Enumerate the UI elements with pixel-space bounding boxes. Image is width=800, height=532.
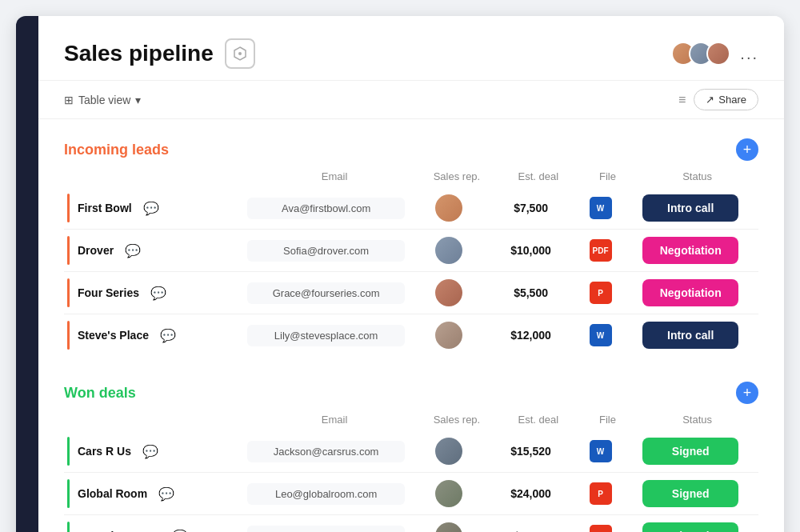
col-file: File xyxy=(579,170,636,182)
file-badge[interactable]: P xyxy=(590,282,612,304)
cell-deal-2: $5,500 xyxy=(490,286,571,299)
status-button[interactable]: Signed xyxy=(642,438,738,465)
rep-avatar xyxy=(435,194,462,222)
chat-icon[interactable]: 💬 xyxy=(172,529,188,533)
share-label: Share xyxy=(718,94,746,106)
cell-status-1: Negotiation xyxy=(629,237,752,264)
status-button[interactable]: Signed xyxy=(642,522,738,532)
cell-status-2: Signed xyxy=(629,522,752,532)
cell-name-1: Global Room 💬 xyxy=(64,479,244,508)
cell-rep-2 xyxy=(408,279,490,306)
cell-name-2: 100 Adventures 💬 xyxy=(64,522,244,532)
col-deal: Est. deal xyxy=(498,170,579,182)
status-button[interactable]: Intro call xyxy=(642,194,738,222)
cell-name-1: Drover 💬 xyxy=(64,236,244,265)
cell-deal-1: $24,000 xyxy=(490,487,571,500)
cell-file-1: PDF xyxy=(572,239,630,262)
toolbar-right: ≡ ↗ Share xyxy=(678,89,758,110)
cell-rep-1 xyxy=(408,480,490,507)
status-button[interactable]: Signed xyxy=(642,480,738,507)
cell-status-1: Signed xyxy=(629,480,752,507)
status-button[interactable]: Negotiation xyxy=(642,237,738,264)
cell-deal-1: $10,000 xyxy=(490,244,571,257)
chat-icon[interactable]: 💬 xyxy=(150,286,166,301)
table-row: Drover 💬 Sofia@drover.com $10,000 PDF Ne… xyxy=(64,230,758,272)
cell-email-1: Sofia@drover.com xyxy=(247,240,405,262)
svg-point-1 xyxy=(238,52,242,55)
cell-file-0: W xyxy=(572,440,630,462)
cell-status-0: Signed xyxy=(629,438,752,465)
rep-avatar xyxy=(435,522,462,532)
table-row: Steve's Place 💬 Lily@stevesplace.com $12… xyxy=(64,314,758,356)
rep-avatar xyxy=(435,438,462,465)
hex-icon[interactable] xyxy=(225,38,255,69)
share-icon: ↗ xyxy=(706,94,714,106)
chat-icon[interactable]: 💬 xyxy=(160,328,176,343)
lead-name: Steve's Place xyxy=(78,329,149,342)
chat-icon[interactable]: 💬 xyxy=(143,201,159,216)
lead-name: Four Series xyxy=(78,286,139,299)
left-bar xyxy=(67,437,70,466)
filter-icon[interactable]: ≡ xyxy=(678,93,686,107)
team-avatars xyxy=(671,42,730,66)
cell-name-0: First Bowl 💬 xyxy=(64,194,244,222)
cell-deal-0: $7,500 xyxy=(490,202,571,214)
cell-email-1: Leo@globalroom.com xyxy=(247,483,405,505)
chat-icon[interactable]: 💬 xyxy=(158,486,174,502)
col-rep: Sales rep. xyxy=(416,170,498,182)
sidebar xyxy=(16,16,38,532)
won-rows: Cars R Us 💬 Jackson@carsrus.com $15,520 … xyxy=(64,430,758,532)
col-email: Email xyxy=(253,170,416,182)
cell-rep-2 xyxy=(408,522,490,532)
status-button[interactable]: Intro call xyxy=(642,322,738,349)
file-badge[interactable]: P xyxy=(590,482,612,505)
more-button[interactable]: ... xyxy=(740,45,758,63)
cell-name-2: Four Series 💬 xyxy=(64,278,244,307)
chat-icon[interactable]: 💬 xyxy=(142,444,158,459)
won-col-email: Email xyxy=(253,414,416,426)
cell-email-2: Grace@fourseries.com xyxy=(247,282,405,304)
left-bar xyxy=(67,194,70,222)
cell-status-3: Intro call xyxy=(629,322,752,349)
col-status: Status xyxy=(636,170,758,182)
view-label: Table view xyxy=(78,94,130,106)
status-button[interactable]: Negotiation xyxy=(642,279,738,306)
won-col-deal: Est. deal xyxy=(498,414,579,426)
toolbar: ⊞ Table view ▾ ≡ ↗ Share xyxy=(38,81,784,119)
col-name xyxy=(74,170,253,182)
share-button[interactable]: ↗ Share xyxy=(694,89,758,110)
won-col-name xyxy=(74,414,253,426)
chat-icon[interactable]: 💬 xyxy=(125,243,141,258)
incoming-col-headers: Email Sales rep. Est. deal File Status xyxy=(64,170,758,187)
add-incoming-button[interactable]: + xyxy=(736,138,758,161)
file-badge[interactable]: W xyxy=(590,324,612,346)
cell-email-0: Ava@firstbowl.com xyxy=(247,198,405,219)
cell-rep-1 xyxy=(408,237,490,264)
rep-avatar xyxy=(435,322,462,349)
won-col-file: File xyxy=(579,414,636,426)
lead-name: Global Room xyxy=(78,487,147,500)
rep-avatar xyxy=(435,480,462,507)
cell-file-2: PDF xyxy=(572,525,630,532)
file-badge[interactable]: W xyxy=(590,197,612,219)
cell-file-0: W xyxy=(572,197,630,219)
rep-avatar xyxy=(435,279,462,306)
section-title-incoming: Incoming leads xyxy=(64,142,169,158)
chevron-down-icon: ▾ xyxy=(135,94,141,106)
file-badge[interactable]: W xyxy=(590,440,612,462)
header: Sales pipeline ... xyxy=(38,16,784,81)
won-col-status: Status xyxy=(636,414,758,426)
left-bar xyxy=(67,278,70,307)
incoming-table: Email Sales rep. Est. deal File Status F… xyxy=(64,170,758,356)
cell-email-3: Lily@stevesplace.com xyxy=(247,325,405,346)
add-won-button[interactable]: + xyxy=(736,382,758,404)
cell-file-1: P xyxy=(572,482,630,505)
cell-email-2: Noah@adventures.com xyxy=(247,526,405,533)
incoming-rows: First Bowl 💬 Ava@firstbowl.com $7,500 W … xyxy=(64,187,758,356)
table-view-toggle[interactable]: ⊞ Table view ▾ xyxy=(64,94,141,106)
file-badge[interactable]: PDF xyxy=(590,525,612,532)
won-deals-section: Won deals + Email Sales rep. Est. deal F… xyxy=(64,382,758,532)
file-badge[interactable]: PDF xyxy=(590,239,612,262)
cell-rep-0 xyxy=(408,194,490,222)
won-table: Email Sales rep. Est. deal File Status C… xyxy=(64,414,758,532)
